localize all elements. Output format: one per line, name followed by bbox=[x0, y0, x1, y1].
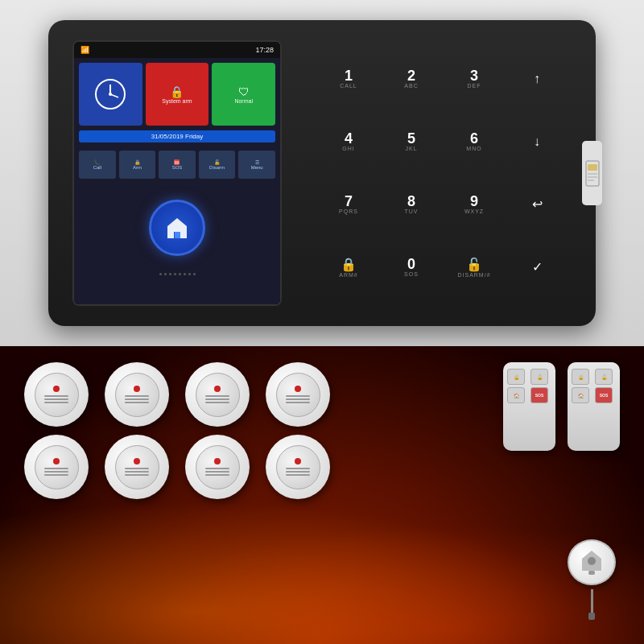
disarm-icon-btn[interactable]: 🔓 Disarm bbox=[199, 151, 236, 179]
remote-control-2: 🔒 🔓 🏠 SOS bbox=[568, 362, 620, 451]
key-disarm[interactable]: 🔓 DISARM/# bbox=[448, 240, 501, 294]
svg-point-3 bbox=[109, 93, 112, 96]
speaker-dot bbox=[193, 273, 196, 275]
key-0[interactable]: 0 SOS bbox=[385, 240, 438, 294]
arm-label: System arm bbox=[162, 98, 192, 104]
smoke-detector-4 bbox=[266, 362, 330, 427]
remote-home-btn[interactable]: 🏠 bbox=[507, 387, 525, 403]
key-6[interactable]: 6 MNO bbox=[448, 115, 501, 168]
detector-line bbox=[44, 471, 68, 473]
detector-line bbox=[125, 468, 149, 469]
detector-line bbox=[44, 395, 68, 397]
siren-plug bbox=[588, 613, 595, 620]
key-9[interactable]: 9 WXYZ bbox=[448, 178, 501, 231]
remote-sos-btn-1[interactable]: SOS bbox=[530, 387, 548, 403]
key-2[interactable]: 2 ABC bbox=[385, 52, 438, 105]
sos-icon-btn[interactable]: 🆘 SOS bbox=[159, 151, 196, 179]
status-bar: 📶 17:28 bbox=[74, 42, 280, 58]
remote-lock-btn[interactable]: 🔒 bbox=[507, 369, 525, 385]
speaker-dot bbox=[188, 273, 191, 275]
screen-bottom-icons: 📞 Call 🔒 Arm 🆘 SOS 🔓 Disarm bbox=[74, 146, 280, 184]
clock-widget bbox=[79, 63, 142, 126]
remote-home-btn-2[interactable]: 🏠 bbox=[572, 387, 589, 403]
screen-widgets: 🔒 System arm 🛡 Normal bbox=[74, 58, 280, 130]
alarm-panel: 📶 17:28 bbox=[48, 20, 596, 326]
smoke-detector-1 bbox=[24, 362, 89, 427]
detector-line bbox=[205, 402, 229, 403]
key-enter[interactable]: ✓ bbox=[510, 240, 564, 294]
smoke-detector-7 bbox=[185, 435, 250, 499]
bottom-section: 🔒 🔓 🏠 SOS 🔒 🔓 🏠 SOS bbox=[0, 346, 644, 644]
smoke-detector-6 bbox=[105, 435, 169, 499]
detector-line bbox=[286, 468, 310, 469]
remote-unlock-btn-2[interactable]: 🔓 bbox=[595, 369, 613, 385]
speaker-dot bbox=[169, 273, 171, 275]
detector-line bbox=[125, 402, 149, 403]
home-button[interactable] bbox=[149, 200, 205, 256]
date-bar: 31/05/2019 Friday bbox=[79, 130, 275, 142]
detector-line bbox=[205, 395, 229, 397]
arm-icon-btn[interactable]: 🔒 Arm bbox=[119, 151, 156, 179]
card-reader bbox=[582, 141, 602, 205]
detector-line bbox=[286, 398, 310, 400]
normal-label: Normal bbox=[234, 98, 253, 104]
detector-line bbox=[44, 468, 68, 469]
key-8[interactable]: 8 TUV bbox=[385, 178, 438, 231]
detector-line bbox=[125, 471, 149, 473]
detector-line bbox=[205, 468, 229, 469]
arm-widget: 🔒 System arm bbox=[146, 63, 209, 126]
top-detectors-row bbox=[24, 362, 330, 427]
detector-led-4 bbox=[295, 386, 301, 392]
key-1[interactable]: 1 CALL bbox=[322, 52, 375, 105]
detector-line bbox=[205, 474, 229, 476]
key-back[interactable]: ↩ bbox=[510, 178, 564, 231]
remote-unlock-btn[interactable]: 🔓 bbox=[530, 369, 548, 385]
top-section: 📶 17:28 bbox=[0, 0, 644, 346]
key-arm[interactable]: 🔒 ARM# bbox=[322, 240, 375, 294]
detector-led-8 bbox=[295, 458, 301, 464]
detector-led-3 bbox=[214, 386, 221, 392]
siren bbox=[564, 539, 620, 620]
key-up[interactable]: ↑ bbox=[510, 52, 564, 105]
key-down[interactable]: ↓ bbox=[510, 115, 564, 168]
key-5[interactable]: 5 JKL bbox=[385, 115, 438, 168]
detector-line bbox=[286, 474, 310, 476]
detector-line bbox=[125, 398, 149, 400]
detector-line bbox=[125, 474, 149, 476]
detector-led-5 bbox=[53, 458, 60, 464]
svg-point-11 bbox=[588, 557, 596, 565]
battery-time: 17:28 bbox=[255, 46, 274, 54]
fire-overlay bbox=[0, 483, 644, 644]
siren-bell bbox=[568, 539, 616, 585]
svg-rect-6 bbox=[588, 164, 597, 171]
detector-line bbox=[205, 398, 229, 400]
keypad: 1 CALL 2 ABC 3 DEF ↑ 4 GHI 5 JKL bbox=[314, 44, 572, 302]
svg-rect-10 bbox=[588, 571, 595, 575]
speaker-dot bbox=[179, 273, 181, 275]
key-3[interactable]: 3 DEF bbox=[448, 52, 501, 105]
call-icon-btn[interactable]: 📞 Call bbox=[79, 151, 116, 179]
detector-line bbox=[125, 395, 149, 397]
detector-line bbox=[44, 474, 68, 476]
smoke-detector-8 bbox=[266, 435, 330, 499]
siren-cord bbox=[591, 589, 593, 612]
key-4[interactable]: 4 GHI bbox=[322, 115, 375, 168]
remote-lock-btn-2[interactable]: 🔒 bbox=[572, 369, 589, 385]
speaker-dot bbox=[159, 273, 162, 275]
smoke-detector-3 bbox=[185, 362, 250, 427]
speaker-dot bbox=[184, 273, 186, 275]
detector-line bbox=[286, 395, 310, 397]
smoke-detector-2 bbox=[105, 362, 169, 427]
detector-led-1 bbox=[53, 386, 60, 392]
menu-icon-btn[interactable]: ☰ Menu bbox=[238, 151, 275, 179]
smoke-detector-5 bbox=[24, 435, 89, 499]
detector-line bbox=[44, 402, 68, 403]
remote-sos-btn-2[interactable]: SOS bbox=[595, 387, 613, 403]
key-7[interactable]: 7 PQRS bbox=[322, 178, 375, 231]
detector-line bbox=[286, 471, 310, 473]
svg-rect-4 bbox=[175, 232, 180, 238]
normal-widget: 🛡 Normal bbox=[212, 63, 275, 126]
detector-line bbox=[286, 402, 310, 403]
remote-control-1: 🔒 🔓 🏠 SOS bbox=[503, 362, 555, 451]
detector-led-2 bbox=[134, 386, 140, 392]
